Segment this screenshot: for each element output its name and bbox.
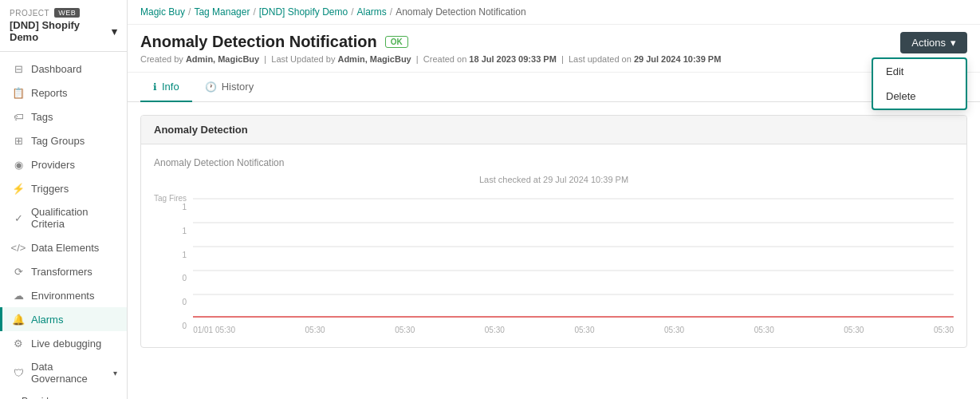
- live-debug-icon: ⚙: [12, 337, 25, 350]
- sidebar-item-triggers[interactable]: ⚡ Triggers: [0, 176, 127, 200]
- chevron-down-icon: ▾: [112, 26, 117, 38]
- tab-info-label: Info: [162, 81, 179, 93]
- project-label: Project WEB: [10, 8, 117, 18]
- x-label-4: 05:30: [574, 326, 594, 334]
- sidebar-item-label: Tag Groups: [31, 135, 85, 147]
- chevron-down-icon: ▾: [950, 37, 956, 49]
- reports-icon: 📋: [12, 86, 25, 99]
- breadcrumb-sep-1: /: [188, 6, 191, 18]
- x-label-7: 05:30: [844, 326, 864, 334]
- actions-button[interactable]: Actions ▾: [900, 32, 967, 53]
- project-name-text: [DND] Shopify Demo: [10, 19, 108, 43]
- breadcrumb-current: Anomaly Detection Notification: [396, 6, 525, 18]
- sidebar-item-label: Transformers: [31, 266, 92, 278]
- page-title: Anomaly Detection Notification: [140, 33, 377, 51]
- tab-info[interactable]: ℹ Info: [140, 73, 192, 102]
- last-updated-by-label: Last Updated by: [271, 54, 335, 64]
- sidebar-item-providers[interactable]: ◉ Providers: [0, 152, 127, 176]
- content-area: Anomaly Detection Anomaly Detection Noti…: [128, 102, 980, 399]
- project-name[interactable]: [DND] Shopify Demo ▾: [10, 19, 117, 43]
- y-value-6: 0: [183, 322, 187, 330]
- breadcrumb-sep-3: /: [351, 6, 353, 18]
- chart-container: Last checked at 29 Jul 2024 10:39 PM Tag…: [154, 175, 954, 334]
- tag-groups-icon: ⊞: [12, 134, 25, 147]
- y-value-5: 0: [183, 298, 187, 306]
- page-meta: Created by Admin, MagicBuy | Last Update…: [140, 54, 967, 64]
- x-label-2: 05:30: [395, 326, 415, 334]
- page-header: Anomaly Detection Notification OK Create…: [128, 25, 980, 73]
- y-value-2: 1: [183, 227, 187, 235]
- last-updated-value: 29 Jul 2024 10:39 PM: [634, 54, 721, 64]
- y-axis-label: Tag Fires: [154, 194, 187, 203]
- last-updated-label: Last updated on: [569, 54, 632, 64]
- sidebar-item-dashboard[interactable]: ⊟ Dashboard: [0, 57, 127, 81]
- transformers-icon: ⟳: [12, 265, 25, 278]
- project-text: Project: [10, 9, 49, 18]
- main-content: Magic Buy / Tag Manager / [DND] Shopify …: [128, 0, 980, 399]
- breadcrumb-sep-4: /: [390, 6, 392, 18]
- breadcrumb: Magic Buy / Tag Manager / [DND] Shopify …: [128, 0, 980, 25]
- sidebar-item-qualification-criteria[interactable]: ✓ Qualification Criteria: [0, 200, 127, 235]
- sidebar-item-label: Qualification Criteria: [31, 206, 117, 230]
- actions-area: Actions ▾ Edit Delete: [900, 32, 967, 53]
- breadcrumb-sep-2: /: [253, 6, 255, 18]
- sidebar-item-tag-groups[interactable]: ⊞ Tag Groups: [0, 128, 127, 152]
- y-value-1: 1: [183, 203, 187, 211]
- x-label-0: 01/01 05:30: [193, 326, 235, 334]
- environments-icon: ☁: [12, 289, 25, 302]
- edit-action[interactable]: Edit: [873, 59, 966, 84]
- providers-icon: ◉: [12, 158, 25, 171]
- sidebar-item-providers-sub[interactable]: Providers: [0, 390, 127, 399]
- created-by-value: Admin, MagicBuy: [186, 54, 259, 64]
- section-header: Anomaly Detection: [141, 116, 966, 144]
- info-icon: ℹ: [153, 81, 157, 93]
- anomaly-detection-section: Anomaly Detection Anomaly Detection Noti…: [140, 115, 967, 348]
- sidebar-item-environments[interactable]: ☁ Environments: [0, 283, 127, 307]
- chevron-down-icon: ▾: [113, 369, 117, 377]
- chart-area: Tag Fires 1 1 1 0 0 0: [154, 191, 954, 334]
- sidebar-item-data-elements[interactable]: </> Data Elements: [0, 235, 127, 259]
- created-by-label: Created by: [140, 54, 183, 64]
- sidebar-item-alarms[interactable]: 🔔 Alarms: [0, 307, 127, 331]
- alarms-icon: 🔔: [12, 313, 25, 326]
- data-elements-icon: </>: [12, 241, 25, 254]
- tags-icon: 🏷: [12, 110, 25, 123]
- sidebar-item-data-governance[interactable]: 🛡 Data Governance ▾: [0, 355, 127, 390]
- x-label-1: 05:30: [305, 326, 325, 334]
- chart-title: Last checked at 29 Jul 2024 10:39 PM: [154, 175, 954, 184]
- ok-badge: OK: [385, 36, 408, 48]
- actions-dropdown: Edit Delete: [872, 57, 967, 110]
- sidebar-item-live-debugging[interactable]: ⚙ Live debugging: [0, 331, 127, 355]
- created-on-value: 18 Jul 2023 09:33 PM: [469, 54, 556, 64]
- delete-action[interactable]: Delete: [873, 84, 966, 109]
- sidebar-item-tags[interactable]: 🏷 Tags: [0, 105, 127, 128]
- x-label-6: 05:30: [754, 326, 774, 334]
- sidebar-item-transformers[interactable]: ⟳ Transformers: [0, 259, 127, 283]
- y-value-3: 1: [183, 251, 187, 259]
- sidebar-item-label: Environments: [31, 290, 94, 302]
- sidebar-item-reports[interactable]: 📋 Reports: [0, 81, 127, 105]
- last-updated-by-value: Admin, MagicBuy: [337, 54, 411, 64]
- x-label-8: 05:30: [934, 326, 954, 334]
- y-value-4: 0: [183, 274, 187, 282]
- sidebar-item-label: Dashboard: [31, 63, 82, 75]
- actions-label: Actions: [911, 37, 946, 49]
- dashboard-icon: ⊟: [12, 62, 25, 75]
- breadcrumb-magic-buy[interactable]: Magic Buy: [140, 6, 185, 18]
- project-header: Project WEB [DND] Shopify Demo ▾: [0, 0, 127, 52]
- sidebar-item-label: Alarms: [31, 314, 63, 326]
- sidebar-item-label: Providers: [22, 396, 62, 399]
- breadcrumb-shopify-demo[interactable]: [DND] Shopify Demo: [259, 6, 348, 18]
- page-title-row: Anomaly Detection Notification OK: [140, 33, 967, 51]
- sidebar-item-label: Providers: [31, 159, 75, 171]
- breadcrumb-alarms[interactable]: Alarms: [356, 6, 386, 18]
- x-label-5: 05:30: [664, 326, 684, 334]
- sidebar-item-label: Live debugging: [31, 338, 101, 350]
- sidebar-item-label: Data Governance: [31, 361, 107, 385]
- sidebar-item-label: Data Elements: [31, 242, 99, 254]
- web-badge: WEB: [54, 8, 80, 18]
- triggers-icon: ⚡: [12, 182, 25, 195]
- tab-history[interactable]: 🕐 History: [192, 73, 266, 102]
- x-label-3: 05:30: [485, 326, 505, 334]
- breadcrumb-tag-manager[interactable]: Tag Manager: [194, 6, 250, 18]
